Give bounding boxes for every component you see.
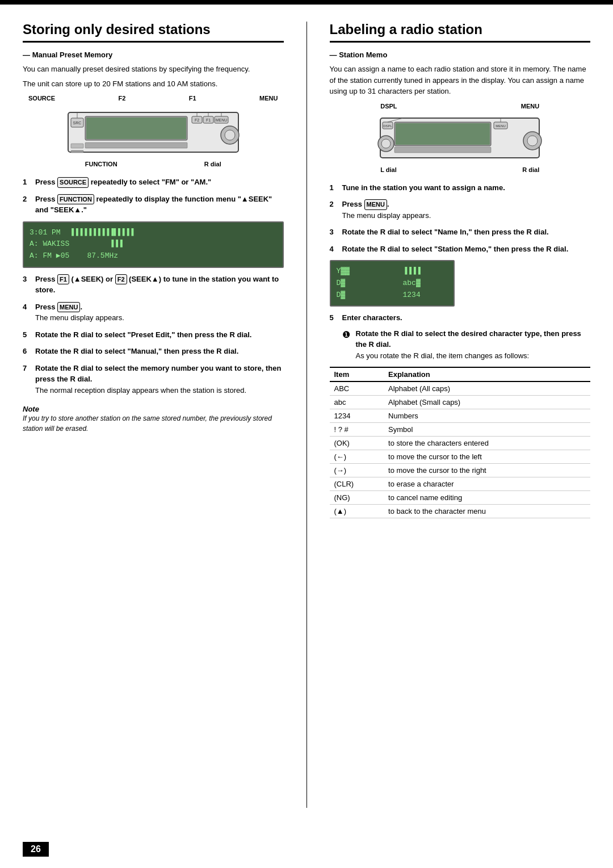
expl-up-arrow: to back to the character menu bbox=[384, 505, 590, 518]
step-content-6: Rotate the R dial to select "Manual," th… bbox=[35, 346, 284, 357]
label-f1: F1 bbox=[189, 95, 196, 102]
function-kbd: FUNCTION bbox=[57, 194, 94, 205]
right-step-number-3: 3 bbox=[330, 227, 339, 238]
svg-rect-2 bbox=[86, 118, 186, 139]
step-content-4: Press MENU. The menu display appears. bbox=[35, 301, 284, 324]
item-abc-small: abc bbox=[330, 396, 384, 409]
item-up-arrow: (▲) bbox=[330, 505, 384, 518]
right-step-4: 4 Rotate the R dial to select "Station M… bbox=[330, 244, 591, 255]
left-step-4: 4 Press MENU. The menu display appears. bbox=[23, 301, 284, 324]
step-number-1: 1 bbox=[23, 177, 32, 188]
step-number-4: 4 bbox=[23, 301, 32, 313]
left-intro-1: You can manually preset desired stations… bbox=[23, 64, 284, 75]
col-header-explanation: Explanation bbox=[384, 367, 590, 381]
right-column: Labeling a radio station Station Memo Yo… bbox=[330, 22, 591, 808]
label-function: FUNCTION bbox=[85, 161, 117, 167]
right-step-5-sub-content: Rotate the R dial to select the desired … bbox=[356, 328, 591, 362]
right-step-3: 3 Rotate the R dial to select "Name In,"… bbox=[330, 227, 591, 238]
step-7-sub: The normal reception display appears whe… bbox=[35, 386, 246, 395]
expl-abc: Alphabet (All caps) bbox=[384, 381, 590, 396]
left-step-1: 1 Press SOURCE repeatedly to select "FM"… bbox=[23, 177, 284, 188]
right-step-2: 2 Press MENU. The menu display appears. bbox=[330, 199, 591, 221]
left-intro-2: The unit can store up to 20 FM stations … bbox=[23, 78, 284, 90]
right-device-wrapper: DSPL MENU DSPL MENU bbox=[330, 103, 591, 173]
left-column: Storing only desired stations Manual Pre… bbox=[23, 22, 284, 808]
expl-symbol: Symbol bbox=[384, 423, 590, 437]
expl-left-arrow: to move the cursor to the left bbox=[384, 450, 590, 464]
item-ng: (NG) bbox=[330, 491, 384, 505]
right-diagram-labels-bottom: L dial R dial bbox=[375, 166, 545, 173]
right-step-number-5: 5 bbox=[330, 312, 339, 324]
svg-text:MENU: MENU bbox=[215, 118, 227, 122]
right-step-content-1: Tune in the station you want to assign a… bbox=[342, 182, 591, 194]
table-row: 1234 Numbers bbox=[330, 409, 591, 423]
table: Item Explanation ABC Alphabet (All caps)… bbox=[330, 367, 591, 518]
table-row: (OK) to store the characters entered bbox=[330, 437, 591, 450]
right-display-screen: Y▓▓ ▐▐▐▐ D▓ abc▓ D▓ 1234 bbox=[330, 260, 455, 307]
note-text: If you try to store another station on t… bbox=[23, 413, 284, 434]
note-box: Note If you try to store another station… bbox=[23, 405, 284, 434]
expl-clr: to erase a character bbox=[384, 477, 590, 491]
display-line-1: 3:01 PM ▐▐▐▐▐▐▐▐▐▐▌▌▌▌▌ bbox=[30, 227, 277, 239]
expl-ng: to cancel name editing bbox=[384, 491, 590, 505]
left-device-wrapper: SOURCE F2 F1 MENU SRC F2 bbox=[23, 95, 284, 167]
f2-kbd: F2 bbox=[115, 274, 127, 285]
content-area: Storing only desired stations Manual Pre… bbox=[0, 5, 613, 831]
left-step-5: 5 Rotate the R dial to select "Preset Ed… bbox=[23, 329, 284, 341]
label-rdial-left: R dial bbox=[204, 161, 221, 167]
table-row: ! ? # Symbol bbox=[330, 423, 591, 437]
item-right-arrow: (→) bbox=[330, 464, 384, 477]
left-subsection-title: Manual Preset Memory bbox=[23, 51, 284, 59]
left-device-svg: SRC F2 F1 MENU bbox=[62, 104, 244, 161]
col-header-item: Item bbox=[330, 367, 384, 381]
f1-kbd: F1 bbox=[57, 274, 69, 285]
right-device-svg: DSPL MENU bbox=[375, 110, 545, 166]
svg-text:F1: F1 bbox=[206, 118, 211, 122]
right-display-line-2: D▓ abc▓ bbox=[337, 278, 448, 290]
page-number: 26 bbox=[23, 842, 49, 857]
expl-ok: to store the characters entered bbox=[384, 437, 590, 450]
source-kbd: SOURCE bbox=[57, 177, 89, 188]
item-ok: (OK) bbox=[330, 437, 384, 450]
step-content-3: Press F1 (▲SEEK) or F2 (SEEK▲) to tune i… bbox=[35, 274, 284, 296]
column-divider bbox=[306, 22, 307, 808]
table-row: ABC Alphabet (All caps) bbox=[330, 381, 591, 396]
step-content-1: Press SOURCE repeatedly to select "FM" o… bbox=[35, 177, 284, 188]
label-rdial-right: R dial bbox=[522, 166, 539, 173]
right-step-number-4: 4 bbox=[330, 244, 339, 255]
menu-kbd-left: MENU bbox=[57, 302, 80, 313]
svg-rect-14 bbox=[71, 144, 83, 148]
left-section-title: Storing only desired stations bbox=[23, 22, 284, 43]
left-step-3: 3 Press F1 (▲SEEK) or F2 (SEEK▲) to tune… bbox=[23, 274, 284, 296]
right-diagram-labels-top: DSPL MENU bbox=[375, 103, 545, 110]
svg-point-12 bbox=[225, 130, 235, 140]
label-f2: F2 bbox=[119, 95, 126, 102]
svg-point-30 bbox=[527, 136, 538, 146]
label-ldial: L dial bbox=[380, 166, 397, 173]
right-step-5-substep: ❶ Rotate the R dial to select the desire… bbox=[342, 328, 591, 362]
step-number-7: 7 bbox=[23, 363, 32, 374]
label-source: SOURCE bbox=[28, 95, 55, 102]
menu-kbd-right: MENU bbox=[364, 199, 387, 210]
right-intro: You can assign a name to each radio stat… bbox=[330, 64, 591, 97]
right-step-1: 1 Tune in the station you want to assign… bbox=[330, 182, 591, 194]
expl-1234: Numbers bbox=[384, 409, 590, 423]
table-row: (▲) to back to the character menu bbox=[330, 505, 591, 518]
expl-abc-small: Alphabet (Small caps) bbox=[384, 396, 590, 409]
right-step-5: 5 Enter characters. ❶ Rotate the R dial … bbox=[330, 312, 591, 361]
item-left-arrow: (←) bbox=[330, 450, 384, 464]
svg-text:SRC: SRC bbox=[73, 121, 81, 125]
right-step-2-sub: The menu display appears. bbox=[342, 211, 431, 220]
step-number-5: 5 bbox=[23, 329, 32, 341]
table-row: (→) to move the cursor to the right bbox=[330, 464, 591, 477]
page-footer: 26 bbox=[0, 831, 613, 868]
step-content-2: Press FUNCTION repeatedly to display the… bbox=[35, 194, 284, 216]
item-1234: 1234 bbox=[330, 409, 384, 423]
svg-rect-15 bbox=[71, 150, 83, 153]
expl-right-arrow: to move the cursor to the right bbox=[384, 464, 590, 477]
step-number-3: 3 bbox=[23, 274, 32, 285]
item-abc: ABC bbox=[330, 381, 384, 396]
label-dspl: DSPL bbox=[380, 103, 397, 110]
note-title: Note bbox=[23, 405, 284, 413]
step-4-sub: The menu display appears. bbox=[35, 313, 124, 322]
